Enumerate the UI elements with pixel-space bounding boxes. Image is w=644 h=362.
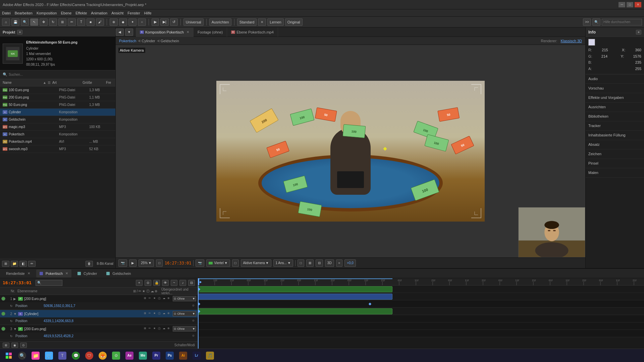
tl-search-input[interactable] [36, 280, 62, 286]
taskbar-premiere[interactable]: Pr [150, 350, 162, 361]
tl-stopwatch-3a[interactable]: ⊙ [192, 334, 196, 338]
sort-icon[interactable]: ▲ [43, 81, 48, 84]
menu-ebene[interactable]: Ebene [61, 11, 71, 15]
breadcrumb-geldschein[interactable]: Geldschein [161, 39, 179, 43]
taskbar-illustrator[interactable]: Ai [177, 350, 189, 361]
scale-tool[interactable]: ⊞ [58, 18, 66, 26]
loop-btn[interactable]: ↺ [170, 18, 178, 26]
search-icon[interactable]: 🔍 [592, 18, 600, 26]
vc-3d[interactable]: 3D [325, 259, 334, 267]
project-item-0[interactable]: PNG 100 Euro.png PNG-Datei 1,3 MB [0, 86, 115, 94]
tl-stopwatch-2[interactable]: ⊙ [192, 319, 196, 323]
vc-camera-select[interactable]: Aktive Kamera ▼ [241, 259, 271, 267]
tl-tab-pokertisch[interactable]: Pokertisch ✕ [36, 269, 71, 278]
tl-mode-1[interactable]: ⊙ Ohne ▼ [173, 296, 196, 301]
tl-lt-3f[interactable]: ⊕ [167, 327, 171, 331]
tl-prop-val-3a[interactable]: 4819,9,5253,4528,2 [44, 334, 73, 338]
taskbar-start[interactable] [3, 350, 15, 361]
taskbar-whatsapp[interactable]: 💬 [70, 350, 82, 361]
comp-tab-pokertisch[interactable]: K Komposition Pokertisch ✕ [136, 27, 194, 37]
tl-footer-btn-3[interactable]: ⊙ [20, 343, 27, 348]
pen-tool[interactable]: ✏ [68, 18, 76, 26]
tl-expand-2[interactable]: ▼ [13, 312, 17, 316]
tl-footer-btn-2[interactable]: ◉ [11, 343, 18, 348]
tl-lt-3b[interactable]: ✏ [149, 327, 153, 331]
vc-render-options[interactable]: □ [298, 259, 304, 267]
play-options[interactable]: ▶| [160, 18, 169, 26]
vc-snapshot[interactable]: 📷 [118, 259, 127, 267]
close-button[interactable]: ✕ [635, 2, 641, 7]
minimize-button[interactable]: ─ [619, 2, 625, 7]
info-panel-audio[interactable]: Audio [586, 74, 644, 84]
breadcrumb-cylinder[interactable]: Cylinder [142, 39, 155, 43]
info-panel-malen[interactable]: Malen [586, 168, 644, 178]
tl-timecode[interactable]: 16:27:33:01 [3, 280, 32, 285]
project-item-2[interactable]: PNG 50 Euro.png PNG-Datei 1,3 MB [0, 101, 115, 109]
tl-motion-btn[interactable]: ⊟ [188, 280, 195, 286]
tl-lt-3d[interactable]: ⓕ [158, 327, 162, 331]
universal-label[interactable]: Universal [183, 18, 204, 26]
tl-lt-3e[interactable]: ☁ [163, 327, 167, 331]
info-panel-effekte-und-vorgaben[interactable]: Effekte und Vorgaben [586, 93, 644, 103]
rotate-tool[interactable]: ↻ [49, 18, 57, 26]
tl-shy-btn[interactable]: ~ [171, 280, 177, 286]
home-tool[interactable]: ⌂ [2, 18, 10, 26]
vc-preview[interactable]: ▶ [129, 259, 137, 267]
tl-lt-2f[interactable]: ⊕ [167, 312, 171, 316]
tl-prop-val-2[interactable]: 4339,1,14206,663,8 [44, 319, 73, 323]
vc-resolution[interactable]: □ [156, 259, 163, 267]
tl-expand-3[interactable]: ▼ [13, 327, 17, 331]
tl-vis-2[interactable] [1, 312, 5, 316]
taskbar-teams[interactable]: T [56, 350, 68, 361]
info-panel-inhaltsbasierte-füllung[interactable]: Inhaltsbasierte Füllung [586, 131, 644, 140]
tl-lt-3c[interactable]: ★ [153, 327, 157, 331]
tl-tab-cylinder[interactable]: Cylinder [74, 269, 100, 278]
tl-lt-1f[interactable]: ⊕ [167, 297, 171, 301]
project-item-4[interactable]: K Geldschein Komposition [0, 116, 115, 123]
lernen-label[interactable]: Lernen [267, 18, 283, 26]
tl-lt-2e[interactable]: ☁ [163, 312, 167, 316]
project-delete[interactable]: 🗑 [86, 261, 93, 267]
info-panel-absatz[interactable]: Absatz [586, 140, 644, 149]
vc-motion-blur[interactable]: ≈ [336, 259, 343, 267]
tl-expand-1[interactable]: ▶ [13, 297, 17, 301]
comp-nav-menu[interactable]: ▼ [125, 28, 133, 36]
tl-kf-2-end[interactable] [369, 303, 371, 305]
camera-tool[interactable]: ◆ [119, 18, 127, 26]
info-menu-btn[interactable]: ≡ [636, 30, 641, 35]
info-panel-zeichen[interactable]: Zeichen [586, 149, 644, 159]
tl-solo-btn[interactable]: ⊙ [145, 280, 151, 286]
menu-animation[interactable]: Animation [91, 11, 107, 15]
project-search-input[interactable] [9, 73, 113, 76]
taskbar-store[interactable]: 🛒 [43, 350, 55, 361]
brush-tool[interactable]: 🖌 [96, 18, 104, 26]
tl-tab-close-poker[interactable]: ✕ [65, 272, 68, 275]
info-panel-vorschau[interactable]: Vorschau [586, 84, 644, 93]
taskbar-lightroom[interactable]: Lr [191, 350, 203, 361]
project-comp[interactable]: ◧ [19, 261, 27, 267]
tl-vis-3[interactable] [1, 327, 5, 331]
save-tool[interactable]: 💾 [11, 18, 19, 26]
breadcrumb-pokertisch[interactable]: Pokertisch [119, 39, 136, 43]
info-panel-ausrichten[interactable]: Ausrichten [586, 103, 644, 112]
tl-lt-3a[interactable]: ⊞ [144, 327, 148, 331]
menu-effekte[interactable]: Effekte [75, 11, 87, 15]
tl-mode-3[interactable]: ⊙ Ohne ▼ [173, 326, 196, 331]
vc-zoom[interactable]: 25% ▼ [139, 259, 154, 267]
comp-tab-ebene[interactable]: E Ebene Pokertisch.mp4 [227, 27, 278, 37]
select-tool[interactable]: ↖ [30, 18, 38, 26]
comp-tab-footage[interactable]: Footage (ohne) [194, 27, 227, 37]
tl-lt-2a[interactable]: ⊞ [144, 312, 148, 316]
info-panel-bibliotheken[interactable]: Bibliotheken [586, 112, 644, 121]
taskbar-firefox[interactable]: 🦊 [97, 350, 109, 361]
menu-komposition[interactable]: Komposition [37, 11, 57, 15]
expand-toolbar[interactable]: >> [583, 18, 591, 26]
project-new-item[interactable]: ⊞ [2, 261, 9, 267]
tl-add-btn[interactable]: + [136, 280, 143, 286]
tl-right-panel[interactable]: ◆ 11f 21f 01f 11f 21f 01f 11f [198, 278, 644, 349]
tl-mode-2[interactable]: ⊙ Ohne ▼ [173, 311, 196, 316]
taskbar-photoshop[interactable]: Ps [164, 350, 176, 361]
tl-layer-2-row[interactable]: 2 ▼ K [Cylinder] ⊞ ✏ ★ ⓕ ☁ ⊕ [0, 310, 198, 317]
tl-tab-close-render[interactable]: ✕ [28, 272, 30, 275]
project-tab-label[interactable]: Projekt [3, 30, 15, 34]
